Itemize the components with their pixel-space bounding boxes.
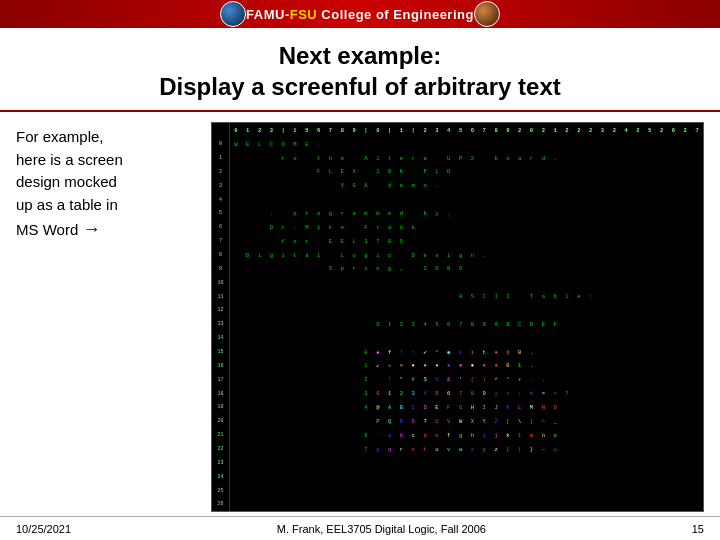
grid-cell	[242, 207, 254, 221]
grid-cell	[597, 262, 609, 276]
grid-cell	[325, 290, 337, 304]
grid-cell	[549, 234, 561, 248]
grid-cell	[313, 373, 325, 387]
grid-cell	[455, 165, 467, 179]
grid-cell: ^	[537, 414, 549, 428]
grid-cell	[632, 442, 644, 456]
grid-cell	[254, 401, 266, 415]
grid-cell: 7	[325, 123, 337, 137]
grid-cell: ,	[396, 262, 408, 276]
grid-cell: 21	[212, 428, 230, 442]
grid-cell: X	[348, 165, 360, 179]
grid-cell	[573, 165, 585, 179]
grid-cell	[490, 470, 502, 484]
grid-cell	[691, 359, 703, 373]
grid-cell	[597, 414, 609, 428]
grid-cell	[526, 470, 538, 484]
grid-cell: 7	[455, 317, 467, 331]
grid-cell	[242, 484, 254, 498]
grid-cell	[632, 276, 644, 290]
grid-cell: h	[325, 151, 337, 165]
grid-cell	[561, 220, 573, 234]
grid-cell: E	[301, 137, 313, 151]
grid-cell	[656, 220, 668, 234]
grid-cell: g	[360, 248, 372, 262]
grid-cell	[526, 498, 538, 512]
grid-cell: @	[372, 401, 384, 415]
grid-cell	[620, 373, 632, 387]
grid-cell	[679, 151, 691, 165]
grid-cell	[384, 470, 396, 484]
grid-cell: :	[502, 387, 514, 401]
grid-cell: 5	[455, 123, 467, 137]
grid-cell	[561, 193, 573, 207]
grid-cell	[537, 484, 549, 498]
grid-cell	[313, 359, 325, 373]
grid-cell: 9	[348, 123, 360, 137]
grid-cell	[656, 165, 668, 179]
grid-cell	[679, 234, 691, 248]
grid-cell: A	[455, 290, 467, 304]
grid-cell: h	[466, 428, 478, 442]
grid-cell: -	[526, 373, 538, 387]
grid-cell: U	[443, 151, 455, 165]
grid-cell	[561, 442, 573, 456]
grid-cell: D	[265, 220, 277, 234]
grid-cell: o	[549, 428, 561, 442]
grid-cell	[679, 276, 691, 290]
grid-cell	[336, 137, 348, 151]
grid-cell	[514, 262, 526, 276]
grid-cell	[632, 207, 644, 221]
grid-cell	[561, 428, 573, 442]
grid-cell	[514, 165, 526, 179]
grid-cell	[644, 470, 656, 484]
grid-cell	[384, 304, 396, 318]
grid-cell	[372, 193, 384, 207]
grid-cell	[537, 207, 549, 221]
grid-cell	[466, 484, 478, 498]
grid-cell	[691, 165, 703, 179]
grid-cell	[620, 428, 632, 442]
grid-cell	[644, 262, 656, 276]
grid-cell: ●	[490, 359, 502, 373]
grid-cell	[668, 442, 680, 456]
grid-cell: B	[396, 401, 408, 415]
main-title: Next example: Display a screenful of arb…	[0, 40, 720, 102]
grid-cell	[597, 137, 609, 151]
grid-cell: f	[443, 428, 455, 442]
grid-cell: r	[526, 151, 538, 165]
grid-cell	[396, 498, 408, 512]
grid-cell	[549, 345, 561, 359]
grid-cell: S	[325, 262, 337, 276]
grid-cell: a	[384, 220, 396, 234]
header-bar: FAMU-FSU College of Engineering	[0, 0, 720, 28]
grid-cell: #	[407, 373, 419, 387]
arrow-icon: →	[82, 219, 100, 239]
grid-cell: r	[336, 207, 348, 221]
grid-cell	[632, 359, 644, 373]
grid-cell	[608, 414, 620, 428]
grid-cell	[526, 179, 538, 193]
grid-cell	[443, 498, 455, 512]
grid-cell	[242, 317, 254, 331]
grid-cell	[632, 151, 644, 165]
grid-cell	[537, 234, 549, 248]
grid-cell	[644, 193, 656, 207]
grid-cell	[466, 179, 478, 193]
grid-cell	[561, 304, 573, 318]
grid-cell	[490, 234, 502, 248]
grid-cell	[585, 456, 597, 470]
grid-cell: 6	[668, 123, 680, 137]
grid-cell: b	[549, 290, 561, 304]
grid-cell	[668, 331, 680, 345]
grid-cell	[348, 428, 360, 442]
screen-grid-container: 0123|156789|0|1|234567892021222324252627…	[211, 122, 704, 512]
grid-cell	[443, 331, 455, 345]
grid-cell	[254, 262, 266, 276]
grid-cell	[620, 484, 632, 498]
grid-cell: 5	[431, 387, 443, 401]
grid-cell	[254, 276, 266, 290]
grid-cell	[608, 484, 620, 498]
grid-cell	[301, 373, 313, 387]
grid-cell: P	[419, 165, 431, 179]
